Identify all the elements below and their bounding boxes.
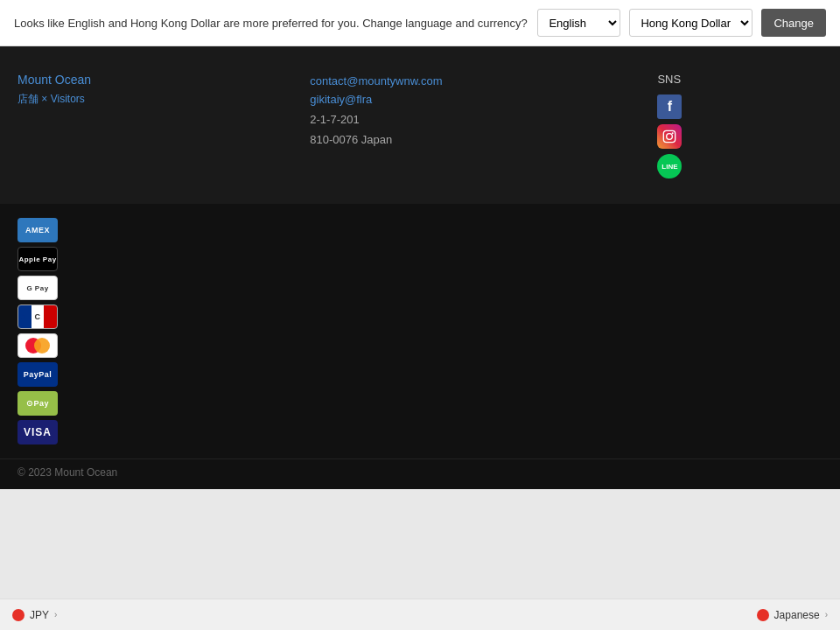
notification-bar: Looks like English and Hong Kong Dollar … [0, 0, 840, 46]
bottom-bar: JPY › Japanese › [0, 598, 840, 630]
footer-brand-link[interactable]: Mount Ocean [18, 73, 292, 87]
left-flag-icon [12, 609, 24, 621]
copyright-text: © 2023 Mount Ocean [18, 466, 117, 479]
facebook-icon[interactable]: f [657, 94, 682, 119]
payment-paypal: PayPal [18, 362, 58, 387]
payment-badges-list: AMEX Apple Pay G Pay J C B PayPal ⊙Pay V… [18, 218, 822, 444]
line-icon[interactable]: LINE [657, 154, 682, 178]
svg-point-1 [667, 134, 673, 140]
payment-applepay: Apple Pay [18, 247, 58, 271]
footer-address2: 810-0076 Japan [310, 133, 392, 146]
footer-brand-col: Mount Ocean 店舗 × Visitors [18, 73, 292, 186]
footer-sns-col: SNS f LINE [657, 73, 822, 186]
right-lang-label: Japanese [774, 609, 820, 621]
svg-point-4 [34, 338, 50, 354]
payment-shopifypay: ⊙Pay [18, 391, 58, 416]
footer-contact-col: contact@mountywnw.com gikitaiy@flra 2-1-… [310, 73, 640, 186]
payment-visa: VISA [18, 420, 58, 444]
footer-address1: 2-1-7-201 [310, 113, 359, 126]
notification-message: Looks like English and Hong Kong Dollar … [14, 17, 528, 30]
payment-amex: AMEX [18, 218, 58, 242]
right-flag-icon [757, 609, 769, 621]
sns-icons: f LINE [657, 94, 822, 178]
payment-googlepay: G Pay [18, 276, 58, 300]
footer-sub-link[interactable]: 店舗 × Visitors [18, 92, 292, 107]
currency-select[interactable]: Hong Kong Dollar Japanese Yen US Dollar … [629, 9, 752, 37]
footer-email2[interactable]: gikitaiy@flra [310, 91, 640, 109]
footer-dark: Mount Ocean 店舗 × Visitors contact@mounty… [0, 46, 840, 204]
svg-point-2 [672, 132, 674, 134]
bottom-left-currency[interactable]: JPY › [12, 609, 57, 621]
bottom-right-language[interactable]: Japanese › [757, 609, 828, 621]
language-select[interactable]: English Japanese Chinese [537, 9, 620, 37]
left-chevron-icon: › [54, 610, 57, 620]
right-chevron-icon: › [825, 610, 828, 620]
left-currency-label: JPY [30, 609, 49, 621]
svg-rect-0 [664, 130, 676, 142]
instagram-icon[interactable] [657, 124, 682, 149]
payment-jcb: J C B [18, 304, 58, 329]
footer-copyright: © 2023 Mount Ocean [0, 458, 840, 489]
change-button[interactable]: Change [761, 9, 826, 37]
footer-payments: AMEX Apple Pay G Pay J C B PayPal ⊙Pay V… [0, 204, 840, 458]
footer-email1[interactable]: contact@mountywnw.com [310, 73, 640, 91]
sns-label: SNS [657, 73, 822, 86]
payment-mastercard [18, 333, 58, 358]
